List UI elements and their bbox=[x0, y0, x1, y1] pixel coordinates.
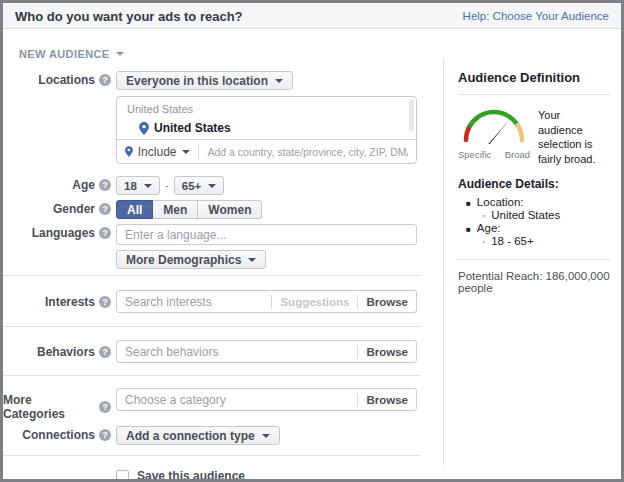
gauge-needle bbox=[487, 119, 510, 144]
gender-option-women[interactable]: Women bbox=[198, 200, 262, 219]
browse-button[interactable]: Browse bbox=[366, 346, 408, 358]
panel-divider bbox=[458, 94, 611, 95]
chevron-down-icon bbox=[262, 434, 270, 438]
location-search-input[interactable]: Add a country, state/province, city, ZIP… bbox=[207, 146, 408, 158]
help-icon[interactable]: ? bbox=[99, 429, 111, 441]
chevron-down-icon bbox=[144, 184, 152, 188]
suggestions-button: Suggestions bbox=[280, 296, 349, 308]
panel-divider bbox=[458, 259, 611, 260]
chevron-down-icon bbox=[275, 79, 283, 83]
audience-selector[interactable]: NEW AUDIENCE bbox=[3, 29, 440, 63]
gauge-broad-label: Broad bbox=[505, 149, 530, 160]
page-title: Who do you want your ads to reach? bbox=[15, 9, 243, 24]
gauge-arc-orange bbox=[518, 125, 522, 140]
audience-definition-title: Audience Definition bbox=[458, 70, 611, 85]
age-row: Age ? 18 - 65+ bbox=[3, 176, 440, 195]
more-categories-search-box[interactable]: Choose a category Browse bbox=[116, 388, 417, 411]
browse-button[interactable]: Browse bbox=[366, 296, 408, 308]
save-audience-label: Save this audience bbox=[137, 469, 245, 482]
behaviors-input[interactable]: Search behaviors bbox=[125, 345, 349, 359]
detail-item: ■ Location: bbox=[466, 196, 611, 208]
help-icon[interactable]: ? bbox=[99, 227, 111, 239]
location-pin-icon bbox=[139, 122, 149, 135]
help-link[interactable]: Help: Choose Your Audience bbox=[463, 10, 609, 22]
bullet-icon: ■ bbox=[466, 199, 471, 208]
browse-button[interactable]: Browse bbox=[366, 394, 408, 406]
help-icon[interactable]: ? bbox=[99, 296, 111, 308]
detail-value: ◦ United States bbox=[482, 209, 611, 221]
audience-selector-label: NEW AUDIENCE bbox=[19, 48, 110, 60]
gender-row: Gender ? All Men Women bbox=[3, 200, 440, 219]
audience-gauge: Specific Broad Your audience selection i… bbox=[458, 104, 611, 166]
age-max-dropdown[interactable]: 65+ bbox=[174, 176, 225, 195]
separator bbox=[271, 295, 272, 309]
section-divider bbox=[3, 326, 420, 327]
audience-definition-panel: Audience Definition Specific Broad Your … bbox=[443, 58, 621, 465]
bullet-icon: ■ bbox=[466, 225, 471, 234]
gauge-dial-icon bbox=[458, 104, 530, 144]
interests-input[interactable]: Search interests bbox=[125, 295, 263, 309]
gauge-arc-green bbox=[469, 112, 517, 127]
save-audience-row: Save this audience bbox=[116, 469, 440, 482]
gender-label: Gender bbox=[53, 202, 95, 216]
location-mode-dropdown[interactable]: Everyone in this location bbox=[116, 71, 293, 90]
bullet-circle-icon: ◦ bbox=[482, 211, 485, 221]
help-icon[interactable]: ? bbox=[99, 74, 111, 86]
section-divider bbox=[3, 455, 420, 456]
chevron-down-icon bbox=[116, 52, 124, 56]
selected-location-item[interactable]: United States bbox=[139, 121, 416, 135]
gender-option-all[interactable]: All bbox=[116, 200, 153, 219]
audience-details-list: ■ Location: ◦ United States ■ Age: ◦ 18 … bbox=[458, 196, 611, 247]
gender-option-men[interactable]: Men bbox=[153, 200, 198, 219]
gender-segmented-control: All Men Women bbox=[116, 200, 262, 219]
include-dropdown-label[interactable]: Include bbox=[138, 145, 177, 159]
selected-locations-list: United States United States bbox=[117, 97, 416, 139]
save-audience-checkbox[interactable] bbox=[116, 470, 129, 482]
potential-reach: Potential Reach: 186,000,000 people bbox=[458, 270, 611, 294]
locations-box: United States United States Include bbox=[116, 96, 417, 164]
separator bbox=[198, 145, 199, 159]
help-icon[interactable]: ? bbox=[99, 346, 111, 358]
location-include-row: Include Add a country, state/province, c… bbox=[117, 139, 416, 163]
behaviors-search-box[interactable]: Search behaviors Browse bbox=[116, 340, 417, 363]
languages-row: Languages ? bbox=[3, 224, 440, 245]
more-demographics-row: More Demographics bbox=[3, 250, 440, 269]
detail-item: ■ Age: bbox=[466, 222, 611, 234]
chevron-down-icon bbox=[208, 184, 216, 188]
scrollbar[interactable] bbox=[409, 99, 414, 131]
interests-label: Interests bbox=[45, 295, 95, 309]
age-label: Age bbox=[72, 178, 95, 192]
separator bbox=[357, 393, 358, 407]
gauge-message: Your audience selection is fairly broad. bbox=[538, 104, 604, 166]
help-icon[interactable]: ? bbox=[99, 203, 111, 215]
age-min-dropdown[interactable]: 18 bbox=[116, 176, 160, 195]
interests-search-box[interactable]: Search interests Suggestions Browse bbox=[116, 290, 417, 313]
location-pin-icon bbox=[125, 145, 133, 158]
detail-value: ◦ 18 - 65+ bbox=[482, 235, 611, 247]
more-categories-row: More Categories ? Choose a category Brow… bbox=[3, 388, 440, 421]
connections-dropdown[interactable]: Add a connection type bbox=[116, 426, 280, 445]
more-categories-input[interactable]: Choose a category bbox=[125, 393, 349, 407]
connections-row: Connections ? Add a connection type bbox=[3, 426, 440, 445]
chevron-down-icon bbox=[248, 258, 256, 262]
bullet-circle-icon: ◦ bbox=[482, 237, 485, 247]
gauge-arc-red bbox=[466, 127, 469, 140]
behaviors-row: Behaviors ? Search behaviors Browse bbox=[3, 340, 440, 363]
help-icon[interactable]: ? bbox=[99, 179, 111, 191]
more-categories-label: More Categories bbox=[3, 393, 95, 421]
chevron-down-icon[interactable] bbox=[182, 150, 190, 154]
locations-row: Locations ? Everyone in this location bbox=[3, 71, 440, 90]
age-separator: - bbox=[165, 179, 169, 193]
languages-input[interactable] bbox=[116, 224, 417, 245]
audience-form: NEW AUDIENCE Locations ? Everyone in thi… bbox=[3, 29, 440, 482]
separator bbox=[357, 295, 358, 309]
help-icon[interactable]: ? bbox=[99, 401, 111, 413]
more-demographics-button[interactable]: More Demographics bbox=[116, 250, 266, 269]
separator bbox=[357, 345, 358, 359]
behaviors-label: Behaviors bbox=[37, 345, 95, 359]
header-bar: Who do you want your ads to reach? Help:… bbox=[3, 4, 621, 29]
interests-row: Interests ? Search interests Suggestions… bbox=[3, 290, 440, 313]
locations-label: Locations bbox=[38, 73, 95, 87]
section-divider bbox=[3, 275, 420, 276]
location-group-header: United States bbox=[127, 103, 416, 115]
